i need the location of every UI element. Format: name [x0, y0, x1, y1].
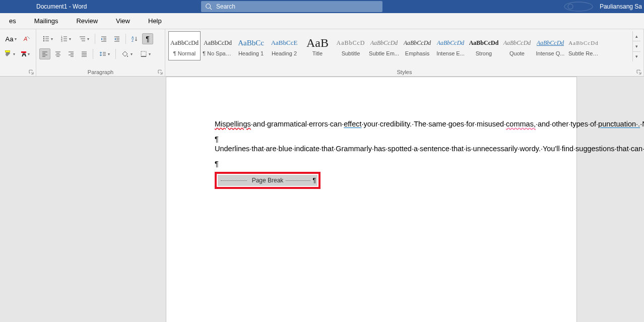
styles-more-button[interactable]: ▾ [633, 52, 640, 61]
align-left-button[interactable] [39, 48, 50, 59]
style-item-title[interactable]: AaBTitle [301, 31, 334, 60]
search-placeholder: Search [216, 3, 235, 10]
borders-button[interactable]: ▾ [137, 48, 153, 59]
multilevel-list-button[interactable]: ▾ [76, 33, 92, 44]
font-color-sample [21, 51, 26, 53]
style-item--normal[interactable]: AaBbCcDd¶ Normal [168, 31, 201, 60]
svg-point-3 [568, 4, 573, 9]
style-name: Intense E... [436, 50, 465, 56]
clear-formatting-button[interactable]: A [21, 33, 32, 44]
style-preview: AaBbCcDd [204, 35, 232, 50]
svg-text:A: A [23, 36, 27, 42]
style-name: Title [312, 50, 323, 56]
svg-point-5 [43, 36, 44, 37]
decrease-indent-button[interactable] [98, 33, 109, 44]
font-color-button[interactable]: A▾ [19, 48, 33, 59]
account-sync-icon [563, 1, 594, 12]
align-center-button[interactable] [52, 48, 63, 59]
style-preview: AaBbCcE [271, 35, 298, 50]
style-item-intense-q-[interactable]: AaBbCcDdIntense Q... [534, 31, 566, 60]
style-name: Heading 2 [272, 50, 297, 56]
svg-text:3: 3 [61, 39, 62, 42]
style-preview: AaBbCcDd [170, 35, 199, 50]
style-item-subtitle[interactable]: AaBbCcDSubtitle [335, 31, 367, 60]
styles-group: AaBbCcDd¶ NormalAaBbCcDd¶ No Spac...AaBb… [165, 29, 644, 76]
bullets-button[interactable]: ▾ [39, 33, 55, 44]
page-break-highlight: Page Break ¶ [215, 172, 320, 189]
style-name: Quote [509, 50, 525, 56]
sort-button[interactable]: AZ [129, 33, 140, 44]
styles-group-label: Styles [165, 69, 643, 75]
font-group: Aa▾ A ▾ A▾ [0, 29, 36, 76]
paragraph-group-label: Paragraph [36, 69, 165, 75]
svg-line-1 [210, 8, 212, 10]
tab-references-partial[interactable]: es [0, 17, 25, 25]
align-right-button[interactable] [66, 48, 77, 59]
empty-paragraph-1[interactable]: ¶ [215, 135, 537, 145]
style-item--no-spac-[interactable]: AaBbCcDd¶ No Spac... [202, 31, 234, 60]
shading-button[interactable]: ▾ [119, 48, 135, 59]
paragraph-2[interactable]: Underlines·that·are·blue·indicate·that·G… [215, 144, 537, 154]
svg-point-2 [564, 2, 593, 11]
style-item-subtle-em-[interactable]: AaBbCcDdSubtle Em... [368, 31, 400, 60]
font-group-launcher[interactable] [29, 70, 34, 75]
line-spacing-button[interactable]: ▾ [96, 48, 112, 59]
search-box[interactable]: Search [201, 1, 382, 12]
style-item-heading-1[interactable]: AaBbCcHeading 1 [235, 31, 267, 60]
style-item-emphasis[interactable]: AaBbCcDdEmphasis [401, 31, 433, 60]
justify-button[interactable] [79, 48, 90, 59]
tab-review[interactable]: Review [67, 17, 107, 25]
styles-scroll: ▴ ▾ ▾ [632, 31, 640, 61]
svg-point-7 [43, 40, 44, 41]
svg-text:Z: Z [132, 39, 134, 42]
style-item-intense-e-[interactable]: AaBbCcDdIntense E... [434, 31, 467, 60]
highlight-color-sample [5, 50, 10, 52]
style-preview: AaBbCcDd [568, 35, 598, 50]
style-preview: AaBbCcDd [437, 35, 465, 50]
style-name: ¶ Normal [173, 50, 196, 56]
style-name: Intense Q... [536, 50, 565, 56]
style-name: Heading 1 [238, 50, 264, 56]
style-item-heading-2[interactable]: AaBbCcEHeading 2 [268, 31, 300, 60]
tab-mailings[interactable]: Mailings [25, 17, 68, 25]
change-case-button[interactable]: Aa▾ [3, 33, 19, 44]
style-name: Strong [476, 50, 492, 56]
tab-help[interactable]: Help [139, 17, 171, 25]
svg-rect-49 [141, 51, 146, 56]
style-name: Emphasis [405, 50, 429, 56]
tab-view[interactable]: View [107, 17, 139, 25]
document-canvas: Mispellings·and·grammatical·errors·can·e… [0, 77, 644, 322]
styles-scroll-down[interactable]: ▾ [633, 41, 640, 51]
paragraph-1[interactable]: Mispellings·and·grammatical·errors·can·e… [215, 119, 537, 130]
search-icon [205, 3, 212, 10]
svg-point-0 [206, 4, 211, 9]
style-preview: AaBbCc [238, 35, 264, 50]
svg-point-6 [43, 38, 44, 39]
show-hide-marks-button[interactable]: ¶ [142, 33, 153, 44]
style-preview: AaBbCcDd [370, 35, 398, 50]
style-item-strong[interactable]: AaBbCcDdStrong [468, 31, 500, 60]
increase-indent-button[interactable] [111, 33, 122, 44]
style-preview: AaB [306, 35, 329, 50]
document-title: Document1 - Word [36, 3, 87, 10]
ribbon-tabs: es Mailings Review View Help [0, 13, 644, 29]
page[interactable]: Mispellings·and·grammatical·errors·can·e… [166, 77, 577, 322]
style-name: Subtitle [342, 50, 360, 56]
styles-scroll-up[interactable]: ▴ [633, 31, 640, 41]
style-preview: AaBbCcDd [537, 35, 564, 50]
empty-paragraph-2[interactable]: ¶ [215, 159, 537, 169]
style-item-quote[interactable]: AaBbCcDdQuote [501, 31, 533, 60]
numbering-button[interactable]: 123▾ [57, 33, 74, 44]
style-item-subtle-ref-[interactable]: AaBbCcDdSubtle Ref... [567, 31, 600, 60]
style-name: Subtle Ref... [568, 50, 599, 56]
styles-group-launcher[interactable] [636, 70, 641, 75]
style-preview: AaBbCcD [337, 35, 365, 50]
style-preview: AaBbCcDd [404, 35, 431, 50]
style-preview: AaBbCcDd [503, 35, 531, 50]
style-name: ¶ No Spac... [203, 50, 233, 56]
style-name: Subtle Em... [369, 50, 399, 56]
page-break-label: Page Break [250, 177, 286, 184]
paragraph-group-launcher[interactable] [158, 70, 163, 75]
page-break-marker[interactable]: Page Break ¶ [218, 175, 317, 186]
styles-gallery: AaBbCcDd¶ NormalAaBbCcDd¶ No Spac...AaBb… [168, 31, 632, 61]
